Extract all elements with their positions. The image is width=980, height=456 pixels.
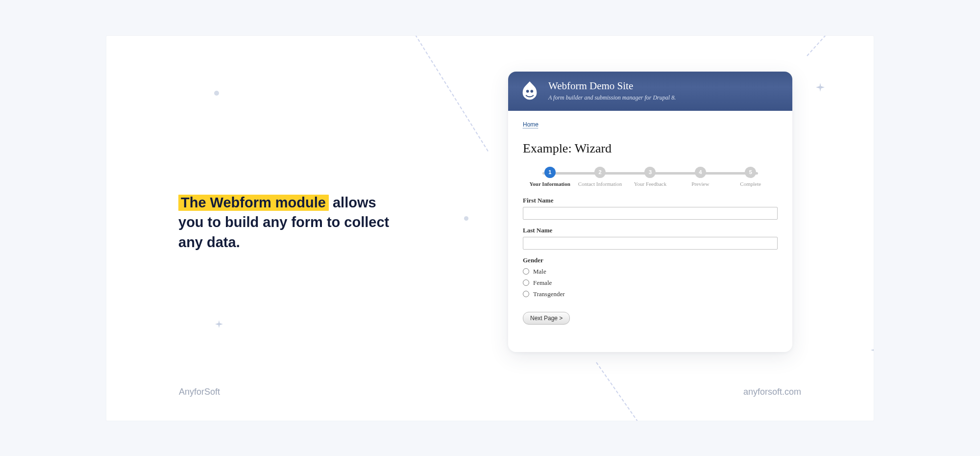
step-number: 2 (594, 167, 606, 178)
step-label: Complete (740, 181, 761, 187)
radio-label: Transgender (533, 290, 565, 298)
wizard-steps: 1 Your Information 2 Contact Information… (523, 167, 778, 190)
breadcrumb: Home (523, 120, 778, 128)
step-number: 5 (745, 167, 756, 178)
marketing-slide: The Webform module allows you to build a… (106, 36, 874, 421)
step-your-feedback[interactable]: 3 Your Feedback (625, 167, 675, 187)
next-page-button[interactable]: Next Page > (523, 312, 570, 325)
headline-text: you to build any form to collect (178, 214, 389, 230)
site-title: Webform Demo Site (548, 80, 676, 92)
step-your-information[interactable]: 1 Your Information (525, 167, 575, 187)
gender-label: Gender (523, 256, 778, 264)
last-name-label: Last Name (523, 227, 778, 234)
headline: The Webform module allows you to build a… (178, 193, 409, 253)
webform-demo-card: Webform Demo Site A form builder and sub… (508, 72, 792, 352)
first-name-field: First Name (523, 197, 778, 220)
decorative-arc (106, 36, 204, 134)
step-number: 4 (695, 167, 706, 178)
radio-label: Female (533, 279, 552, 287)
step-label: Your Information (530, 181, 570, 187)
step-label: Contact Information (578, 181, 622, 187)
site-subtitle: A form builder and submission manager fo… (548, 94, 676, 101)
breadcrumb-home-link[interactable]: Home (523, 121, 539, 128)
step-preview[interactable]: 4 Preview (675, 167, 725, 187)
decorative-dash-line (410, 36, 489, 152)
gender-option-male[interactable]: Male (523, 268, 778, 276)
footer-brand: AnyforSoft (179, 387, 220, 397)
first-name-input[interactable] (523, 207, 778, 220)
footer-url: anyforsoft.com (743, 387, 801, 397)
gender-radio-female[interactable] (523, 279, 529, 286)
sparkle-icon (816, 83, 825, 92)
sparkle-icon (871, 344, 874, 356)
page-title: Example: Wizard (523, 141, 778, 156)
decorative-dot (464, 216, 468, 221)
gender-radio-transgender[interactable] (523, 291, 529, 297)
step-label: Preview (691, 181, 709, 187)
gender-option-female[interactable]: Female (523, 279, 778, 287)
drupal-logo-icon (518, 79, 541, 103)
decorative-dash-line (807, 36, 874, 56)
step-label: Your Feedback (634, 181, 666, 187)
step-contact-information[interactable]: 2 Contact Information (575, 167, 625, 187)
sparkle-icon (215, 320, 223, 328)
last-name-field: Last Name (523, 227, 778, 250)
headline-text: allows (329, 195, 376, 210)
step-complete[interactable]: 5 Complete (726, 167, 776, 187)
radio-label: Male (533, 268, 546, 276)
step-number: 1 (544, 167, 556, 178)
step-number: 3 (644, 167, 656, 178)
gender-option-transgender[interactable]: Transgender (523, 290, 778, 298)
headline-text: any data. (178, 234, 240, 250)
gender-field: Gender Male Female Transgender (523, 256, 778, 298)
card-header: Webform Demo Site A form builder and sub… (508, 72, 792, 111)
headline-highlight: The Webform module (178, 195, 329, 211)
last-name-input[interactable] (523, 237, 778, 250)
decorative-dash-line (596, 362, 686, 421)
svg-point-0 (526, 90, 529, 93)
gender-radio-male[interactable] (523, 268, 529, 275)
first-name-label: First Name (523, 197, 778, 204)
svg-point-1 (530, 90, 533, 93)
decorative-dot (214, 91, 219, 96)
